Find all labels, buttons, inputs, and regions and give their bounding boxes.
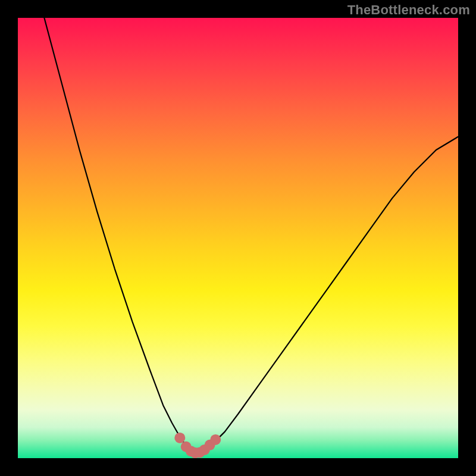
curve-layer bbox=[44, 18, 458, 452]
marker-layer bbox=[174, 433, 221, 458]
chart-svg bbox=[18, 18, 458, 458]
curve-marker bbox=[210, 434, 221, 445]
watermark-text: TheBottleneck.com bbox=[347, 2, 470, 18]
plot-area bbox=[18, 18, 458, 458]
bottleneck-curve bbox=[44, 18, 458, 452]
curve-marker bbox=[174, 433, 185, 443]
chart-frame: TheBottleneck.com bbox=[0, 0, 476, 476]
